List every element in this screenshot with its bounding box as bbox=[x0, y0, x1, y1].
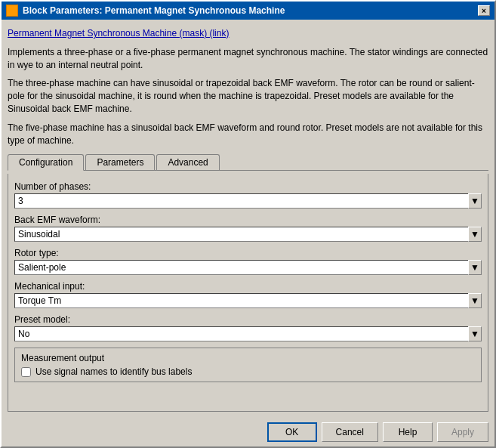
description-3: The five-phase machine has a sinusoidal … bbox=[8, 120, 488, 149]
preset-model-dropdown[interactable]: No bbox=[14, 326, 482, 341]
mechanical-input-dropdown-container: Torque Tm Speed w ▼ bbox=[14, 293, 482, 308]
num-phases-dropdown-container: 3 5 ▼ bbox=[14, 193, 482, 209]
mask-link: Permanent Magnet Synchronous Machine (ma… bbox=[8, 26, 488, 42]
close-button[interactable]: × bbox=[478, 5, 490, 16]
mechanical-input-group: Mechanical input: Torque Tm Speed w ▼ bbox=[14, 281, 482, 308]
title-bar: Block Parameters: Permanent Magnet Synch… bbox=[2, 2, 494, 20]
checkbox-row: Use signal names to identify bus labels bbox=[21, 366, 475, 377]
tabs-container: Configuration Parameters Advanced bbox=[8, 154, 488, 171]
num-phases-dropdown[interactable]: 3 5 bbox=[14, 193, 482, 209]
preset-model-dropdown-container: No ▼ bbox=[14, 326, 482, 341]
mechanical-input-dropdown[interactable]: Torque Tm Speed w bbox=[14, 293, 482, 308]
window-icon bbox=[6, 5, 18, 17]
tab-parameters[interactable]: Parameters bbox=[85, 154, 155, 170]
window-title: Block Parameters: Permanent Magnet Synch… bbox=[23, 5, 285, 16]
preset-model-label: Preset model: bbox=[14, 314, 482, 325]
tab-configuration[interactable]: Configuration bbox=[8, 154, 84, 171]
rotor-type-label: Rotor type: bbox=[14, 248, 482, 258]
rotor-type-dropdown[interactable]: Salient-pole Round bbox=[14, 260, 482, 275]
help-button[interactable]: Help bbox=[383, 422, 433, 442]
mechanical-input-label: Mechanical input: bbox=[14, 281, 482, 292]
title-text: Block Parameters: Permanent Magnet Synch… bbox=[6, 5, 285, 17]
back-emf-dropdown-container: Sinusoidal Trapezoidal ▼ bbox=[14, 227, 482, 242]
tab-content: Number of phases: 3 5 ▼ Back EMF wavefor… bbox=[8, 174, 488, 412]
description-1: Implements a three-phase or a five-phase… bbox=[8, 45, 488, 73]
preset-model-group: Preset model: No ▼ bbox=[14, 314, 482, 341]
signal-names-label: Use signal names to identify bus labels bbox=[35, 366, 192, 377]
apply-button[interactable]: Apply bbox=[437, 422, 488, 442]
rotor-type-group: Rotor type: Salient-pole Round ▼ bbox=[14, 248, 482, 275]
bottom-buttons: OK Cancel Help Apply bbox=[2, 418, 494, 446]
main-window: Block Parameters: Permanent Magnet Synch… bbox=[0, 0, 496, 448]
main-content: Permanent Magnet Synchronous Machine (ma… bbox=[2, 20, 494, 418]
cancel-button[interactable]: Cancel bbox=[322, 422, 378, 442]
num-phases-group: Number of phases: 3 5 ▼ bbox=[14, 181, 482, 209]
num-phases-label: Number of phases: bbox=[14, 181, 482, 192]
back-emf-group: Back EMF waveform: Sinusoidal Trapezoida… bbox=[14, 215, 482, 242]
back-emf-dropdown[interactable]: Sinusoidal Trapezoidal bbox=[14, 227, 482, 242]
measurement-title: Measurement output bbox=[21, 353, 475, 363]
ok-button[interactable]: OK bbox=[267, 422, 317, 442]
measurement-section: Measurement output Use signal names to i… bbox=[14, 348, 482, 382]
tab-advanced[interactable]: Advanced bbox=[156, 154, 219, 170]
signal-names-checkbox[interactable] bbox=[21, 367, 31, 377]
rotor-type-dropdown-container: Salient-pole Round ▼ bbox=[14, 260, 482, 275]
back-emf-label: Back EMF waveform: bbox=[14, 215, 482, 225]
description-2: The three-phase machine can have sinusoi… bbox=[8, 76, 488, 116]
